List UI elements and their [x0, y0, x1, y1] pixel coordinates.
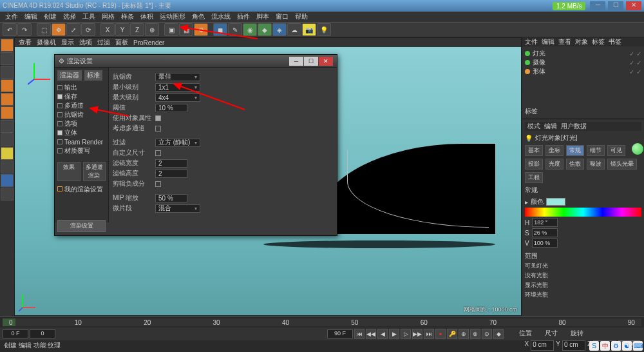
- checkbox[interactable]: [155, 115, 161, 121]
- menu-窗口[interactable]: 窗口: [276, 12, 289, 21]
- minimize-button[interactable]: ─: [590, 1, 605, 10]
- locked-workplane-button[interactable]: [1, 174, 14, 187]
- om-menu-对象[interactable]: 对象: [575, 37, 588, 46]
- axis-z-button[interactable]: Z: [130, 23, 144, 36]
- dropdown[interactable]: 最佳: [155, 73, 200, 81]
- status-tab-创建[interactable]: 创建: [4, 342, 19, 349]
- timeline[interactable]: 0102030405060708090: [0, 316, 644, 328]
- x-input[interactable]: 0 cm: [531, 340, 554, 351]
- attr-tab-基本[interactable]: 基本: [525, 145, 543, 156]
- menu-流水线[interactable]: 流水线: [211, 12, 231, 21]
- coord-tab-rot[interactable]: 旋转: [571, 329, 583, 338]
- undo-button[interactable]: ↶: [3, 23, 17, 36]
- dialog-maximize-button[interactable]: ☐: [304, 57, 318, 66]
- vp-menu-过滤[interactable]: 过滤: [97, 38, 110, 47]
- menu-网格[interactable]: 网格: [102, 12, 115, 21]
- close-button[interactable]: ✕: [626, 1, 641, 10]
- viewport-solo-button[interactable]: [1, 133, 14, 146]
- redo-button[interactable]: ↷: [17, 23, 32, 36]
- vp-menu-选项[interactable]: 选项: [79, 38, 92, 47]
- object-tree[interactable]: 灯光 ✓ ✓摄像 ✓ ✓形体 ✓ ✓: [522, 46, 644, 104]
- poly-mode-button[interactable]: [1, 106, 14, 119]
- render-view-button[interactable]: ▣: [164, 23, 178, 36]
- keyframe-pos-button[interactable]: ⊕: [459, 329, 469, 339]
- spline-button[interactable]: ✎: [228, 23, 242, 36]
- tray-icon-1[interactable]: S: [589, 341, 599, 351]
- dropdown[interactable]: 立方 (静帧): [155, 139, 200, 147]
- range-item[interactable]: 环境光照: [525, 291, 641, 299]
- keyframe-rot-button[interactable]: ⊙: [482, 329, 492, 339]
- menu-插件[interactable]: 插件: [237, 12, 250, 21]
- range-item[interactable]: 显示光照: [525, 281, 641, 289]
- texture-mode-button[interactable]: [1, 52, 14, 65]
- range-item[interactable]: 没有光照: [525, 271, 641, 280]
- autokey-button[interactable]: 🔑: [447, 329, 457, 339]
- attr-tab-工程[interactable]: 工程: [525, 172, 543, 183]
- attr-tab-焦散[interactable]: 焦散: [566, 159, 584, 170]
- checkbox-icon[interactable]: [57, 85, 62, 90]
- workplane-lock-button[interactable]: [1, 161, 14, 173]
- number-input[interactable]: 10 %: [155, 104, 187, 112]
- prev-frame-button[interactable]: ◀: [377, 329, 388, 339]
- end-frame-input[interactable]: 90 F: [327, 329, 353, 338]
- hue-input[interactable]: [532, 218, 558, 227]
- checkbox-icon[interactable]: [57, 103, 62, 108]
- my-render-settings[interactable]: 我的渲染设置: [64, 186, 103, 193]
- dialog-close-button[interactable]: ✕: [319, 57, 333, 66]
- vp-menu-显示[interactable]: 显示: [61, 38, 74, 47]
- range-item[interactable]: 可见灯光: [525, 262, 641, 270]
- play-button[interactable]: ▶: [389, 329, 399, 339]
- attr-tab-投影[interactable]: 投影: [525, 159, 543, 170]
- menu-角色[interactable]: 角色: [192, 12, 205, 21]
- axis-y-button[interactable]: Y: [115, 23, 129, 36]
- menu-帮助[interactable]: 帮助: [295, 12, 308, 21]
- vp-menu-面板[interactable]: 面板: [115, 38, 128, 47]
- checkbox[interactable]: [155, 150, 161, 156]
- om-menu-查看[interactable]: 查看: [558, 37, 571, 46]
- cube-prim-button[interactable]: ◼: [213, 23, 227, 36]
- goto-start-button[interactable]: ⏮: [354, 329, 365, 339]
- menu-运动图形[interactable]: 运动图形: [160, 12, 185, 21]
- maximize-button[interactable]: ☐: [608, 1, 623, 10]
- render-region-button[interactable]: ▦: [179, 23, 193, 36]
- om-menu-书签[interactable]: 书签: [609, 37, 621, 46]
- status-tab-功能[interactable]: 功能: [33, 342, 48, 349]
- menu-工具[interactable]: 工具: [82, 12, 95, 21]
- rotate-tool-button[interactable]: ⟳: [81, 23, 95, 36]
- edge-mode-button[interactable]: [1, 93, 14, 106]
- tray-icon-3[interactable]: ⚙: [611, 341, 621, 351]
- model-mode-button[interactable]: [1, 39, 14, 52]
- vp-menu-ProRender[interactable]: ProRender: [133, 39, 164, 46]
- menu-脚本[interactable]: 脚本: [256, 12, 269, 21]
- scale-tool-button[interactable]: ⤢: [66, 23, 80, 36]
- dlg-nav-多通道[interactable]: 多通道: [57, 101, 106, 110]
- generator-button[interactable]: ◆: [258, 23, 272, 36]
- attr-tab-坐标[interactable]: 坐标: [545, 145, 564, 156]
- snap-button[interactable]: [1, 147, 14, 160]
- start-frame-input[interactable]: 0 F: [3, 329, 28, 338]
- color-swatch[interactable]: [546, 198, 565, 206]
- live-select-button[interactable]: ⬚: [37, 23, 51, 36]
- number-input[interactable]: 50 %: [155, 194, 187, 202]
- tree-item-灯光[interactable]: 灯光 ✓ ✓: [525, 49, 641, 58]
- keyframe-pla-button[interactable]: ◆: [493, 329, 504, 339]
- axis-x-button[interactable]: X: [100, 23, 115, 36]
- tray-icon-4[interactable]: ☯: [622, 341, 632, 351]
- dlg-nav-保存[interactable]: 保存: [57, 92, 106, 101]
- y-input[interactable]: 0 cm: [562, 340, 585, 351]
- next-frame-button[interactable]: ▷: [401, 329, 411, 339]
- menu-文件[interactable]: 文件: [5, 12, 18, 21]
- vp-menu-摄像机[interactable]: 摄像机: [37, 38, 56, 47]
- dlg-nav-抗锯齿[interactable]: 抗锯齿: [57, 110, 106, 119]
- environment-button[interactable]: ☁: [287, 23, 301, 36]
- checkbox-icon[interactable]: [57, 148, 62, 153]
- current-frame-input[interactable]: 0: [30, 329, 55, 338]
- status-tab-纹理[interactable]: 纹理: [48, 342, 61, 349]
- tray-icon-5[interactable]: ⌨: [633, 341, 643, 351]
- menu-编辑[interactable]: 编辑: [24, 12, 37, 21]
- dlg-nav-Team Render[interactable]: Team Render: [57, 137, 106, 146]
- number-input[interactable]: 2: [155, 159, 187, 168]
- prev-key-button[interactable]: ◀◀: [366, 329, 376, 339]
- checkbox-icon[interactable]: [57, 121, 62, 126]
- render-settings-button[interactable]: ⚙: [194, 23, 208, 36]
